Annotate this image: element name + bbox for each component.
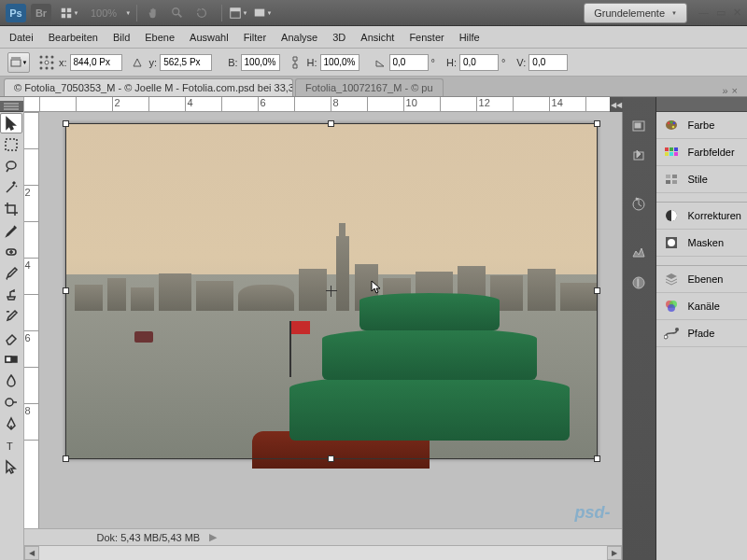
x-input[interactable] <box>70 54 122 71</box>
delta-icon[interactable] <box>128 53 147 72</box>
document-tab-inactive[interactable]: Fotolia_10072167_M - © pu <box>295 78 444 96</box>
tabs-close-icon[interactable]: × <box>732 85 738 96</box>
close-icon[interactable]: ✕ <box>733 7 741 19</box>
angle-icon <box>371 53 389 72</box>
type-tool[interactable]: T <box>0 435 22 455</box>
rotate-view-icon[interactable] <box>191 4 212 22</box>
minimize-icon[interactable]: — <box>698 7 709 19</box>
eyedropper-tool[interactable] <box>0 220 22 241</box>
menu-bar: Datei Bearbeiten Bild Ebene Auswahl Filt… <box>0 26 747 49</box>
panel-stile[interactable]: Stile <box>656 166 747 193</box>
crop-tool[interactable] <box>0 199 22 219</box>
svg-rect-43 <box>666 175 670 178</box>
screen-mode-dropdown[interactable]: ▼ <box>252 4 273 22</box>
watermark-text: psd- <box>575 503 611 523</box>
menu-hilfe[interactable]: Hilfe <box>459 32 480 43</box>
collapsed-panel-strip: i <box>623 97 656 560</box>
svg-rect-44 <box>672 175 677 178</box>
maximize-icon[interactable]: ▭ <box>716 7 726 19</box>
svg-point-33 <box>667 122 669 125</box>
magic-wand-tool[interactable] <box>0 177 22 198</box>
svg-rect-46 <box>672 180 677 184</box>
path-selection-tool[interactable] <box>0 456 22 477</box>
menu-auswahl[interactable]: Auswahl <box>190 32 229 43</box>
bridge-logo[interactable]: Br <box>31 4 51 22</box>
eraser-tool[interactable] <box>0 328 22 348</box>
svg-rect-27 <box>635 123 641 128</box>
panel-collapse-icon[interactable]: ◀◀ <box>610 97 623 112</box>
status-doc-size[interactable]: Dok: 5,43 MB/5,43 MB <box>97 532 201 543</box>
height-input[interactable] <box>320 54 359 71</box>
document-canvas[interactable]: psd- <box>39 112 622 528</box>
menu-analyse[interactable]: Analyse <box>281 32 317 43</box>
svg-rect-2 <box>61 13 64 17</box>
y-input[interactable] <box>160 54 212 71</box>
menu-ebene[interactable]: Ebene <box>145 32 175 43</box>
strip-info-icon[interactable]: i <box>627 271 651 295</box>
skew-v-input[interactable] <box>529 54 568 71</box>
hand-tool-icon[interactable] <box>143 4 163 22</box>
svg-point-35 <box>672 122 675 125</box>
options-bar: ▼ x: y: B: H: ° H:° V: <box>0 49 747 77</box>
svg-point-18 <box>46 66 49 69</box>
tabs-nav-icon[interactable]: » <box>722 85 727 96</box>
lasso-tool[interactable] <box>0 156 22 176</box>
reference-point-icon[interactable] <box>37 53 56 72</box>
channels-icon <box>662 298 681 315</box>
menu-datei[interactable]: Datei <box>9 32 34 43</box>
panel-pfade[interactable]: Pfade <box>656 320 747 347</box>
healing-brush-tool[interactable] <box>0 242 22 262</box>
vertical-ruler[interactable]: 2468 <box>24 112 39 528</box>
menu-3d[interactable]: 3D <box>332 32 345 43</box>
svg-line-5 <box>178 13 182 17</box>
menu-fenster[interactable]: Fenster <box>409 32 444 43</box>
panel-farbfelder[interactable]: Farbfelder <box>656 139 747 166</box>
brush-tool[interactable] <box>0 263 22 284</box>
horizontal-scrollbar[interactable]: ◀▶ <box>24 545 622 560</box>
blur-tool[interactable] <box>0 371 22 391</box>
clone-stamp-tool[interactable] <box>0 285 22 305</box>
svg-rect-40 <box>665 152 669 156</box>
svg-rect-3 <box>66 13 70 17</box>
menu-bearbeiten[interactable]: Bearbeiten <box>49 32 98 43</box>
horizontal-ruler[interactable]: 2468101214 <box>24 97 622 112</box>
strip-navigator-icon[interactable] <box>627 114 651 138</box>
view-extras-dropdown[interactable]: ▼ <box>59 4 79 22</box>
panel-ebenen[interactable]: Ebenen <box>656 266 747 293</box>
panel-korrekturen[interactable]: Korrekturen <box>656 203 747 230</box>
workspace-switcher[interactable]: Grundelemente▼ <box>584 3 687 23</box>
history-brush-tool[interactable] <box>0 306 22 327</box>
layers-icon <box>662 271 681 287</box>
menu-filter[interactable]: Filter <box>244 32 266 43</box>
svg-text:i: i <box>637 277 639 288</box>
svg-point-36 <box>671 126 674 129</box>
panel-masken[interactable]: Masken <box>656 230 747 257</box>
gradient-tool[interactable] <box>0 349 22 370</box>
marquee-tool[interactable] <box>0 134 22 155</box>
arrange-documents-dropdown[interactable]: ▼ <box>228 4 248 22</box>
menu-ansicht[interactable]: Ansicht <box>360 32 394 43</box>
svg-point-34 <box>669 121 672 124</box>
strip-history-icon[interactable] <box>627 144 651 168</box>
document-tab-active[interactable]: © Fotolia_7050353_M - © Joelle M - Fotol… <box>4 78 293 96</box>
zoom-percentage[interactable]: 100% <box>91 7 117 19</box>
strip-navigator2-icon[interactable] <box>627 192 651 217</box>
transform-preset-icon[interactable]: ▼ <box>7 52 30 73</box>
dodge-tool[interactable] <box>0 392 22 413</box>
angle-input[interactable] <box>389 54 429 71</box>
panel-header-grip[interactable] <box>656 97 747 112</box>
svg-rect-7 <box>230 7 240 11</box>
palette-grip-icon[interactable] <box>0 101 23 112</box>
svg-rect-1 <box>66 7 70 11</box>
strip-histogram-icon[interactable] <box>627 241 651 265</box>
skew-h-input[interactable] <box>459 54 499 71</box>
panel-kanaele[interactable]: Kanäle <box>656 293 747 320</box>
width-input[interactable] <box>241 54 280 71</box>
move-tool[interactable] <box>0 113 22 133</box>
menu-bild[interactable]: Bild <box>113 32 130 43</box>
panel-farbe[interactable]: Farbe <box>656 112 747 139</box>
pen-tool[interactable] <box>0 413 22 434</box>
zoom-tool-icon[interactable] <box>167 4 188 22</box>
artboard-image <box>65 123 598 459</box>
link-icon[interactable] <box>286 53 304 72</box>
